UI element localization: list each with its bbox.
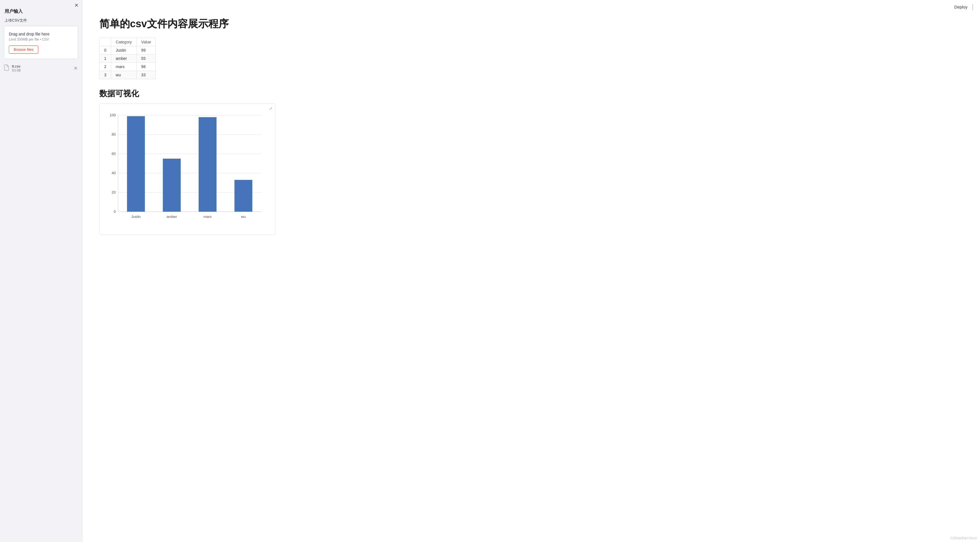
- file-item: tt.csv 53.0B ✕: [0, 62, 82, 75]
- table-header-row: Category Value: [100, 38, 156, 46]
- sidebar-title: 用户输入: [0, 6, 82, 16]
- csv-table: Category Value 0Justin991amber552mars983…: [99, 38, 156, 79]
- topbar: Deploy ⋮: [950, 0, 980, 14]
- table-row: 0Justin99: [100, 46, 156, 54]
- table-cell-2: 33: [137, 71, 156, 79]
- browse-files-button[interactable]: Browse files: [9, 45, 38, 54]
- page-title: 简单的csv文件内容展示程序: [99, 17, 963, 31]
- table-row: 1amber55: [100, 54, 156, 63]
- more-options-icon[interactable]: ⋮: [970, 3, 975, 10]
- svg-text:20: 20: [112, 190, 116, 194]
- table-cell-0: 3: [100, 71, 111, 79]
- sidebar: ✕ 用户输入 上传CSV文件 Drag and drop file here L…: [0, 0, 82, 542]
- drag-drop-text: Drag and drop file here: [9, 32, 49, 36]
- svg-text:100: 100: [110, 113, 116, 117]
- bar-wu: [234, 180, 252, 212]
- upload-area: Drag and drop file here Limit 200MB per …: [4, 26, 78, 59]
- bar-Justin: [127, 116, 145, 212]
- svg-text:80: 80: [112, 132, 116, 137]
- svg-text:40: 40: [112, 171, 116, 175]
- sidebar-close-button[interactable]: ✕: [74, 3, 79, 8]
- file-info: tt.csv 53.0B: [12, 64, 70, 72]
- table-cell-1: wu: [111, 71, 137, 79]
- file-size: 53.0B: [12, 69, 70, 72]
- table-cell-1: Justin: [111, 46, 137, 54]
- bar-amber: [163, 159, 181, 212]
- table-cell-2: 98: [137, 63, 156, 71]
- upload-section-label: 上传CSV文件: [0, 16, 82, 25]
- file-icon: [4, 64, 9, 72]
- svg-text:mars: mars: [204, 215, 212, 219]
- table-cell-1: amber: [111, 54, 137, 63]
- table-cell-2: 55: [137, 54, 156, 63]
- svg-text:wu: wu: [241, 215, 246, 219]
- table-cell-1: mars: [111, 63, 137, 71]
- svg-text:60: 60: [112, 151, 116, 156]
- deploy-button[interactable]: Deploy: [954, 5, 967, 10]
- svg-text:Justin: Justin: [131, 215, 141, 219]
- table-row: 2mars98: [100, 63, 156, 71]
- bar-chart: 020406080100Justinambermarswu: [102, 110, 267, 229]
- table-body: 0Justin991amber552mars983wu33: [100, 46, 156, 79]
- limit-text: Limit 200MB per file • CSV: [9, 37, 49, 41]
- table-header-value: Value: [137, 38, 156, 46]
- table-cell-0: 1: [100, 54, 111, 63]
- chart-container: ⤢ 020406080100Justinambermarswu: [99, 104, 275, 235]
- main-content: Deploy ⋮ 简单的csv文件内容展示程序 Category Value 0…: [82, 0, 980, 542]
- table-cell-2: 99: [137, 46, 156, 54]
- table-cell-0: 0: [100, 46, 111, 54]
- table-row: 3wu33: [100, 71, 156, 79]
- chart-title: 数据可视化: [99, 88, 963, 99]
- expand-icon[interactable]: ⤢: [269, 106, 273, 111]
- svg-text:amber: amber: [167, 215, 177, 219]
- table-header-index: [100, 38, 111, 46]
- table-cell-0: 2: [100, 63, 111, 71]
- svg-text:0: 0: [114, 209, 116, 214]
- file-remove-button[interactable]: ✕: [73, 65, 78, 71]
- file-name: tt.csv: [12, 64, 70, 69]
- table-header-category: Category: [111, 38, 137, 46]
- bar-mars: [199, 117, 216, 212]
- watermark: CSDN@贾能订码o尔: [950, 536, 977, 540]
